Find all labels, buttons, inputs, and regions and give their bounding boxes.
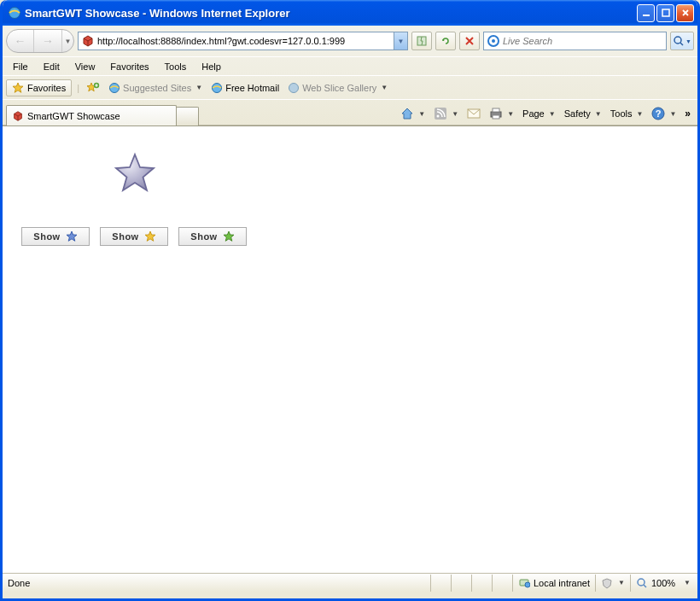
address-dropdown[interactable]: ▼: [394, 32, 407, 50]
svg-point-10: [289, 83, 299, 92]
tab-bar: SmartGWT Showcase ▼ ▼: [3, 99, 697, 125]
show-label: Show: [33, 231, 60, 242]
window-titlebar: SmartGWT Showcase - Windows Internet Exp…: [3, 0, 697, 26]
web-slice-label: Web Slice Gallery: [302, 83, 376, 93]
free-hotmail-link[interactable]: Free Hotmail: [209, 80, 281, 96]
menu-edit[interactable]: Edit: [37, 60, 67, 73]
magnifier-icon: [636, 577, 648, 589]
star-blue-icon: [66, 230, 78, 242]
free-hotmail-label: Free Hotmail: [225, 83, 279, 93]
svg-rect-1: [643, 15, 650, 16]
tools-menu[interactable]: Tools▼: [607, 107, 647, 120]
suggested-sites-label: Suggested Sites: [123, 83, 191, 93]
rss-icon: [434, 107, 447, 120]
show-label: Show: [190, 231, 217, 242]
read-mail-button[interactable]: [464, 106, 484, 121]
status-text: Done: [4, 578, 30, 588]
safety-menu[interactable]: Safety▼: [561, 107, 605, 120]
feeds-button[interactable]: ▼: [430, 105, 462, 122]
svg-rect-16: [493, 115, 499, 119]
large-star-image: [114, 152, 156, 195]
home-button[interactable]: ▼: [397, 105, 429, 122]
nav-toolbar: ← → ▼ ▼: [3, 26, 697, 56]
search-go-button[interactable]: ▼: [670, 32, 694, 50]
close-button[interactable]: [676, 4, 694, 22]
page-content: Show Show Show: [3, 125, 697, 573]
status-pane: [471, 575, 492, 592]
help-button[interactable]: ? ▼: [648, 105, 680, 122]
help-icon: ?: [651, 107, 665, 120]
minimize-button[interactable]: [637, 4, 655, 22]
svg-point-6: [674, 37, 681, 44]
menu-bar: File Edit View Favorites Tools Help: [3, 56, 697, 75]
add-favorite-button[interactable]: [85, 80, 102, 96]
svg-text:?: ?: [656, 108, 662, 119]
site-cube-icon: [12, 110, 24, 122]
stop-icon: [464, 36, 475, 46]
zoom-control[interactable]: 100% ▼: [630, 575, 696, 592]
ie-page-icon: [108, 82, 120, 94]
nav-history-dropdown[interactable]: ▼: [61, 30, 73, 52]
refresh-icon: [440, 35, 452, 47]
status-pane: [451, 575, 471, 592]
menu-tools[interactable]: Tools: [158, 60, 194, 73]
favorites-bar: Favorites | Suggested Sites ▼ Free Hotma…: [3, 75, 697, 99]
page-menu[interactable]: Page▼: [519, 107, 559, 120]
page-label: Page: [522, 108, 545, 119]
suggested-sites-link[interactable]: Suggested Sites ▼: [107, 80, 204, 96]
svg-point-20: [525, 582, 530, 587]
command-overflow[interactable]: »: [681, 106, 694, 121]
star-green-icon: [223, 230, 235, 242]
status-bar: Done Local intranet ▼ 100% ▼: [3, 573, 697, 592]
printer-icon: [489, 107, 503, 120]
svg-point-21: [638, 579, 645, 586]
svg-rect-2: [662, 9, 669, 16]
address-bar[interactable]: ▼: [78, 32, 408, 50]
stop-button[interactable]: [459, 32, 480, 50]
show-green-button[interactable]: Show: [178, 227, 247, 246]
security-zone[interactable]: Local intranet: [512, 575, 595, 592]
safety-label: Safety: [564, 108, 591, 119]
tools-label: Tools: [610, 108, 633, 119]
print-button[interactable]: ▼: [486, 105, 517, 122]
maximize-button[interactable]: [656, 4, 674, 22]
svg-point-12: [437, 115, 440, 118]
menu-favorites[interactable]: Favorites: [103, 60, 155, 73]
ie-page-icon: [288, 82, 300, 94]
zone-label: Local intranet: [534, 578, 590, 588]
menu-view[interactable]: View: [68, 60, 102, 73]
back-button[interactable]: ←: [7, 30, 34, 52]
star-yellow-icon: [144, 230, 156, 242]
forward-button[interactable]: →: [34, 30, 61, 52]
search-bar[interactable]: [483, 32, 667, 50]
refresh-button[interactable]: [435, 32, 456, 50]
show-label: Show: [112, 231, 138, 242]
address-input[interactable]: [97, 36, 394, 46]
new-tab-button[interactable]: [177, 107, 199, 125]
tab-title: SmartGWT Showcase: [27, 111, 120, 121]
command-bar: ▼ ▼ ▼ Page▼ Safet: [397, 105, 694, 125]
web-slice-link[interactable]: Web Slice Gallery ▼: [286, 80, 389, 96]
shield-off-icon: [601, 577, 613, 589]
mail-icon: [467, 108, 481, 120]
protected-mode[interactable]: ▼: [595, 575, 630, 592]
status-pane: [430, 575, 451, 592]
star-icon: [12, 82, 24, 94]
menu-help[interactable]: Help: [195, 60, 228, 73]
bing-icon: [487, 34, 500, 48]
computer-icon: [518, 577, 530, 589]
favorites-button[interactable]: Favorites: [6, 79, 72, 96]
menu-file[interactable]: File: [6, 60, 35, 73]
status-pane: [492, 575, 512, 592]
search-input[interactable]: [503, 36, 666, 46]
compat-view-button[interactable]: [411, 32, 432, 50]
ie-logo-icon: [8, 6, 21, 20]
window-title: SmartGWT Showcase - Windows Internet Exp…: [25, 7, 637, 20]
show-yellow-button[interactable]: Show: [100, 227, 168, 246]
home-icon: [400, 107, 414, 120]
tab-active[interactable]: SmartGWT Showcase: [6, 105, 177, 125]
broken-page-icon: [416, 35, 428, 47]
favorites-label: Favorites: [27, 83, 66, 93]
svg-point-5: [492, 39, 495, 43]
show-blue-button[interactable]: Show: [21, 227, 90, 246]
